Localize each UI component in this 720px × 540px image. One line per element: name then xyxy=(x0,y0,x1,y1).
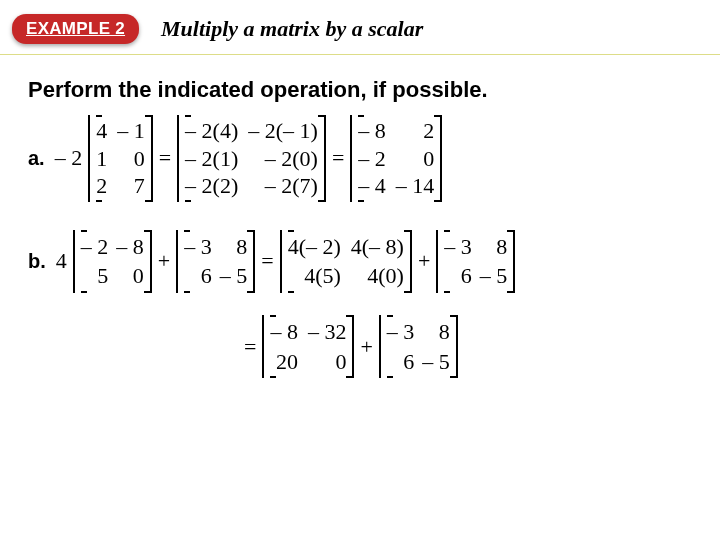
cell: 4(– 8) xyxy=(351,232,404,262)
equals: = xyxy=(332,145,344,171)
part-a-scalar: – 2 xyxy=(55,145,83,171)
plus: + xyxy=(158,248,170,274)
part-a-matrix-2: – 2(4) – 2(1) – 2(2) – 2(– 1) – 2(0) – 2… xyxy=(177,115,326,202)
cell: 4 xyxy=(96,117,107,145)
cell: 6 xyxy=(201,261,212,291)
cell: – 2(4) xyxy=(185,117,238,145)
equals: = xyxy=(244,334,256,360)
instruction-text: Perform the indicated operation, if poss… xyxy=(28,77,692,103)
cell: – 3 xyxy=(184,232,212,262)
part-b-matrix-6: – 3 6 8 – 5 xyxy=(379,315,458,378)
part-b-matrix-1: – 2 5 – 8 0 xyxy=(73,230,152,293)
example-badge: EXAMPLE 2 xyxy=(12,14,139,44)
cell: 0 xyxy=(134,145,145,173)
part-a-matrix-1: 4 1 2 – 1 0 7 xyxy=(88,115,153,202)
cell: 4(– 2) xyxy=(288,232,341,262)
plus: + xyxy=(360,334,372,360)
plus: + xyxy=(418,248,430,274)
cell: – 32 xyxy=(308,317,347,347)
cell: – 3 xyxy=(387,317,415,347)
cell: – 5 xyxy=(480,261,508,291)
cell: – 2(2) xyxy=(185,172,238,200)
part-a-matrix-3: – 8 – 2 – 4 2 0 – 14 xyxy=(350,115,442,202)
part-b-matrix-4: – 3 6 8 – 5 xyxy=(436,230,515,293)
cell: 6 xyxy=(403,347,414,377)
content-body: Perform the indicated operation, if poss… xyxy=(0,55,720,378)
cell: 8 xyxy=(496,232,507,262)
cell: 0 xyxy=(133,261,144,291)
cell: – 2 xyxy=(81,232,109,262)
cell: – 2(7) xyxy=(265,172,318,200)
cell: – 5 xyxy=(220,261,248,291)
cell: 8 xyxy=(439,317,450,347)
cell: – 8 xyxy=(116,232,144,262)
cell: – 4 xyxy=(358,172,386,200)
cell: – 2(0) xyxy=(265,145,318,173)
equals: = xyxy=(159,145,171,171)
part-b-scalar: 4 xyxy=(56,248,67,274)
cell: – 8 xyxy=(270,317,298,347)
part-a-row: a. – 2 4 1 2 – 1 0 7 = – 2(4) – 2(1) – 2… xyxy=(28,115,692,202)
part-b-row-1: b. 4 – 2 5 – 8 0 + – 3 6 8 – 5 xyxy=(28,230,692,293)
cell: – 3 xyxy=(444,232,472,262)
cell: 1 xyxy=(96,145,107,173)
cell: – 2(1) xyxy=(185,145,238,173)
cell: – 8 xyxy=(358,117,386,145)
cell: 7 xyxy=(134,172,145,200)
cell: – 14 xyxy=(396,172,435,200)
part-b-row-2: = – 8 20 – 32 0 + – 3 6 8 – 5 xyxy=(238,315,692,378)
part-a-label: a. xyxy=(28,147,45,170)
cell: – 5 xyxy=(422,347,450,377)
part-b-label: b. xyxy=(28,250,46,273)
header: EXAMPLE 2 Multiply a matrix by a scalar xyxy=(0,0,720,55)
cell: 4(0) xyxy=(367,261,404,291)
part-b-matrix-3: 4(– 2) 4(5) 4(– 8) 4(0) xyxy=(280,230,412,293)
cell: – 2(– 1) xyxy=(248,117,318,145)
cell: – 1 xyxy=(117,117,145,145)
cell: 6 xyxy=(461,261,472,291)
part-b-matrix-5: – 8 20 – 32 0 xyxy=(262,315,354,378)
page-title: Multiply a matrix by a scalar xyxy=(161,16,423,42)
part-b-matrix-2: – 3 6 8 – 5 xyxy=(176,230,255,293)
cell: 0 xyxy=(335,347,346,377)
cell: 8 xyxy=(236,232,247,262)
cell: 20 xyxy=(276,347,298,377)
cell: 2 xyxy=(423,117,434,145)
cell: – 2 xyxy=(358,145,386,173)
cell: 5 xyxy=(97,261,108,291)
cell: 4(5) xyxy=(304,261,341,291)
equals: = xyxy=(261,248,273,274)
cell: 2 xyxy=(96,172,107,200)
cell: 0 xyxy=(423,145,434,173)
